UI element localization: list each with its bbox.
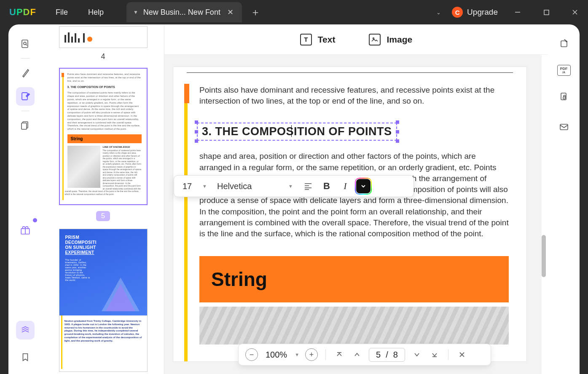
edit-mode-toolbar: T Text Image	[164, 24, 548, 55]
upgrade-button[interactable]: C Upgrade	[452, 7, 498, 18]
protect-tool[interactable]	[555, 88, 573, 106]
edit-text-mode[interactable]: T Text	[300, 34, 336, 45]
article-image[interactable]	[199, 307, 509, 345]
resize-handle[interactable]	[396, 120, 399, 124]
svg-rect-15	[560, 124, 568, 130]
resize-handle[interactable]	[396, 130, 399, 134]
right-tool-rail: PDF/A	[548, 24, 580, 374]
page-navigation-toolbar: − 100% ▼ + 5 / 8	[238, 344, 491, 366]
thumbnail-label-4: 4	[51, 52, 156, 61]
tab-close-icon[interactable]: ✕	[226, 8, 235, 17]
edit-text-label: Text	[318, 35, 336, 45]
annotate-tool[interactable]	[16, 64, 35, 82]
rail-separator	[21, 58, 30, 59]
svg-rect-9	[21, 123, 27, 129]
current-page: 5	[376, 350, 381, 360]
font-size-select[interactable]: 17 ▼	[180, 182, 209, 191]
text-color-picker[interactable]	[356, 179, 371, 193]
close-pager-button[interactable]	[456, 349, 468, 361]
selected-text-box[interactable]: 3. THE COMPOSITION OF POINTS	[197, 123, 397, 141]
titlebar: UPDF File Help ▼ New Busin... New Font ✕…	[0, 0, 588, 24]
account-dropdown[interactable]: ⌄	[436, 9, 441, 16]
document-tab[interactable]: ▼ New Busin... New Font ✕	[126, 2, 242, 22]
italic-button[interactable]: I	[338, 179, 353, 194]
new-tab-button[interactable]: ＋	[242, 5, 269, 19]
notification-dot-icon	[33, 218, 37, 222]
search-tool[interactable]	[16, 35, 35, 53]
resize-handle[interactable]	[195, 139, 198, 143]
pdfa-tool[interactable]: PDF/A	[557, 65, 571, 76]
doc-scrollbar[interactable]	[542, 235, 546, 277]
first-page-button[interactable]	[333, 349, 345, 361]
last-page-button[interactable]	[429, 349, 440, 361]
share-tool[interactable]	[555, 118, 573, 136]
tab-title: New Busin... New Font	[143, 8, 220, 17]
image-icon	[369, 34, 381, 45]
page-margin-bar	[184, 84, 188, 361]
document-viewport[interactable]: Points also have dominant and recessive …	[164, 55, 542, 374]
pages-tool[interactable]	[16, 116, 35, 135]
account-avatar: C	[452, 7, 463, 18]
caret-down-icon: ▼	[288, 184, 293, 189]
svg-line-6	[26, 44, 27, 45]
thumbnails-panel-button[interactable]	[16, 321, 35, 339]
font-family-value: Helvetica	[217, 182, 252, 191]
font-family-select[interactable]: Helvetica ▼	[213, 182, 297, 191]
zoom-dropdown[interactable]: ▼	[295, 352, 299, 357]
thumbnail-page-5[interactable]: Points also have dominant and recessive …	[59, 68, 148, 205]
svg-rect-1	[544, 10, 549, 15]
string-heading: String	[211, 268, 497, 291]
align-left-button[interactable]	[301, 179, 316, 194]
thumbnail-label-5: 5	[96, 211, 110, 221]
caret-down-icon: ▼	[202, 184, 207, 189]
app-logo: UPDF	[0, 7, 46, 18]
bold-button[interactable]: B	[319, 179, 334, 194]
zoom-in-button[interactable]: +	[305, 348, 318, 361]
edit-image-label: Image	[387, 35, 412, 45]
string-heading-block[interactable]: String	[199, 256, 509, 302]
total-pages: 8	[393, 350, 398, 360]
svg-rect-14	[563, 97, 565, 99]
rail-separator	[21, 111, 30, 111]
thumbnail-panel: 4 Points also have dominant and recessiv…	[42, 24, 164, 374]
page-5: Points also have dominant and recessive …	[173, 67, 527, 362]
page-accent-bar	[184, 84, 189, 103]
separator	[325, 349, 326, 360]
resize-handle[interactable]	[396, 139, 399, 143]
prev-page-button[interactable]	[351, 349, 363, 361]
window-close-button[interactable]	[566, 6, 584, 19]
page-divider	[187, 72, 513, 73]
text-format-toolbar: 17 ▼ Helvetica ▼ B I	[174, 175, 414, 197]
page-indicator[interactable]: 5 / 8	[369, 348, 405, 362]
resize-handle[interactable]	[195, 130, 198, 134]
app-stage: PDF/A 4 Points also have dominant and re…	[8, 24, 580, 374]
text-caret	[291, 125, 292, 137]
upgrade-label: Upgrade	[467, 8, 498, 17]
svg-rect-4	[22, 40, 28, 48]
rotate-tool[interactable]	[555, 35, 573, 53]
menu-help[interactable]: Help	[78, 8, 114, 17]
next-page-button[interactable]	[411, 349, 423, 361]
tab-menu-icon[interactable]: ▼	[133, 9, 138, 15]
separator	[448, 349, 448, 360]
zoom-value: 100%	[264, 350, 289, 360]
left-tool-rail	[8, 24, 42, 374]
resize-handle[interactable]	[195, 120, 198, 124]
gift-button[interactable]	[16, 221, 35, 239]
body-paragraph[interactable]: Points also have dominant and recessive …	[199, 85, 509, 107]
window-minimize-button[interactable]	[509, 6, 526, 19]
page-sep: /	[386, 350, 388, 360]
thumbnail-page-6[interactable]: PRISM DECOMPOSITI ON SUNLIGHT EXPERIMENT…	[59, 229, 148, 372]
bookmarks-panel-button[interactable]	[16, 348, 35, 366]
section-heading: 3. THE COMPOSITION OF POINTS	[202, 125, 392, 138]
edit-tool[interactable]	[16, 87, 35, 106]
zoom-out-button[interactable]: −	[245, 348, 258, 361]
window-maximize-button[interactable]	[537, 6, 555, 19]
text-icon: T	[300, 34, 312, 45]
thumbnail-page-4[interactable]	[59, 26, 148, 48]
edit-image-mode[interactable]: Image	[369, 34, 412, 45]
menu-file[interactable]: File	[46, 8, 78, 17]
font-size-value: 17	[183, 182, 192, 191]
